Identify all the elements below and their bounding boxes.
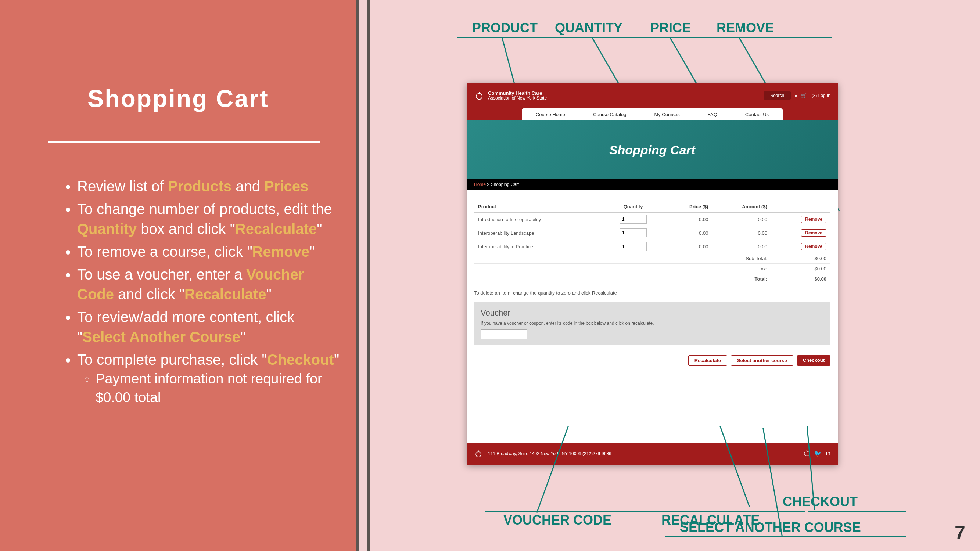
voucher-desc: If you have a voucher or coupon, enter i…	[480, 321, 824, 326]
cart-login[interactable]: 🛒 = (3) Log In	[801, 93, 830, 98]
nav-row: Course Home Course Catalog My Courses FA…	[467, 108, 838, 121]
annotation-line	[485, 511, 805, 512]
voucher-input[interactable]	[480, 330, 527, 339]
th-product: Product	[474, 201, 602, 213]
screenshot: Community Health CareAssociation of New …	[467, 83, 838, 465]
th-price: Price ($)	[664, 201, 712, 213]
annotation-remove: REMOVE	[716, 20, 774, 36]
voucher-box: Voucher If you have a voucher or coupon,…	[474, 302, 830, 345]
title-rule	[48, 141, 320, 143]
table-row: Introduction to Interoperability0.000.00…	[474, 213, 830, 226]
annotation-checkout: CHECKOUT	[783, 494, 858, 510]
annotation-product: PRODUCT	[472, 20, 538, 36]
linkedin-icon[interactable]: in	[826, 450, 830, 458]
annotation-price: PRICE	[651, 20, 691, 36]
cart-table: Product Quantity Price ($) Amount ($) In…	[474, 200, 830, 284]
annotation-quantity: QUANTITY	[555, 20, 622, 36]
select-another-course-button[interactable]: Select another course	[731, 355, 793, 366]
svg-point-0	[476, 93, 482, 99]
site-footer: 111 Broadway, Suite 1402 New York, NY 10…	[467, 443, 838, 465]
page-title: Shopping Cart	[0, 84, 356, 113]
annotation-line	[808, 511, 906, 512]
nav-item[interactable]: Course Home	[522, 108, 579, 121]
main-nav: Course Home Course Catalog My Courses FA…	[522, 108, 783, 121]
voucher-title: Voucher	[480, 308, 824, 318]
qty-input[interactable]	[619, 242, 647, 251]
th-qty: Quantity	[602, 201, 664, 213]
nav-item[interactable]: My Courses	[640, 108, 694, 121]
annotation-line	[665, 536, 906, 537]
nav-item[interactable]: Course Catalog	[579, 108, 640, 121]
qty-input[interactable]	[619, 229, 647, 237]
remove-button[interactable]: Remove	[801, 216, 826, 223]
hero-title: Shopping Cart	[467, 121, 838, 179]
svg-point-1	[476, 452, 481, 457]
annotation-line	[458, 37, 832, 38]
apple-logo-icon	[474, 91, 484, 101]
qty-input[interactable]	[619, 215, 647, 224]
page-number: 7	[955, 522, 965, 544]
brand: Community Health CareAssociation of New …	[474, 91, 547, 101]
breadcrumb: Home > Shopping Cart	[467, 179, 838, 189]
table-row: Interoperability in Practice0.000.00Remo…	[474, 240, 830, 254]
divider	[356, 0, 359, 551]
divider	[368, 0, 370, 551]
recalculate-button[interactable]: Recalculate	[688, 355, 727, 366]
checkout-button[interactable]: Checkout	[797, 355, 830, 366]
remove-button[interactable]: Remove	[801, 243, 826, 250]
search-button[interactable]: Search	[764, 92, 791, 100]
annotation-voucher: VOUCHER CODE	[503, 513, 611, 528]
apple-logo-icon	[474, 449, 483, 458]
delete-note: To delete an item, change the quantity t…	[467, 284, 838, 296]
annotation-select: SELECT ANOTHER COURSE	[680, 520, 861, 535]
nav-item[interactable]: Contact Us	[731, 108, 783, 121]
table-row: Interoperability Landscape0.000.00Remove	[474, 226, 830, 240]
nav-item[interactable]: FAQ	[694, 108, 731, 121]
th-amount: Amount ($)	[712, 201, 771, 213]
site-header: Community Health CareAssociation of New …	[467, 83, 838, 108]
remove-button[interactable]: Remove	[801, 229, 826, 237]
twitter-icon[interactable]: 🐦	[814, 450, 822, 458]
instruction-list: Review list of Products and Prices To ch…	[59, 176, 342, 410]
